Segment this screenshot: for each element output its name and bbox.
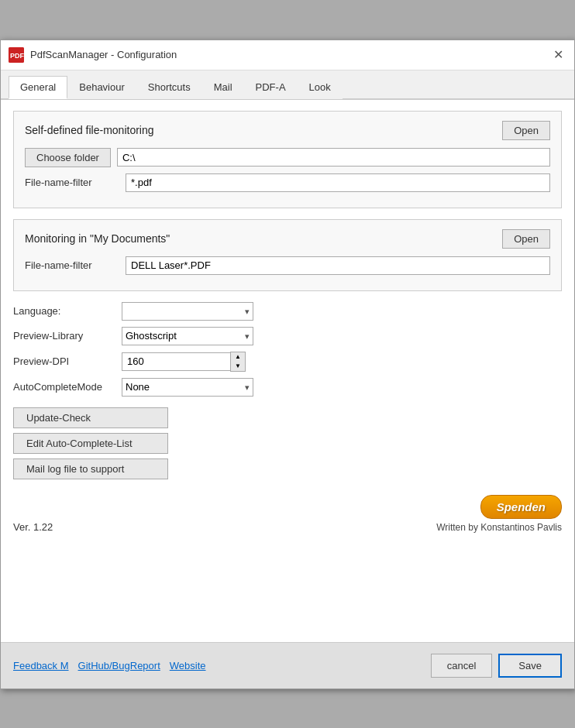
- dialog-buttons: cancel Save: [431, 654, 562, 678]
- options-section: Language: Preview-Library Ghostscript: [13, 302, 562, 397]
- tab-general[interactable]: General: [9, 76, 67, 99]
- tab-pdfa[interactable]: PDF-A: [244, 76, 298, 99]
- tab-behaviour[interactable]: Behaviour: [67, 76, 136, 99]
- self-monitoring-section: Self-defined file-monitoring Open Choose…: [13, 111, 562, 208]
- preview-library-select-wrapper: Ghostscript: [122, 327, 253, 345]
- tab-shortcuts[interactable]: Shortcuts: [136, 76, 202, 99]
- mydocs-monitoring-section: Monitoring in "My Documents" Open File-n…: [13, 219, 562, 291]
- links-bar: Feedback M GitHub/BugReport Website: [13, 660, 206, 671]
- edit-autocomplete-button[interactable]: Edit Auto-Complete-List: [13, 433, 168, 454]
- spinner-down-button[interactable]: ▼: [231, 362, 245, 371]
- bottom-bar: Feedback M GitHub/BugReport Website canc…: [1, 642, 574, 689]
- feedback-link[interactable]: Feedback M: [13, 660, 69, 671]
- autocomplete-row: AutoCompleteMode None: [13, 378, 562, 397]
- section1-title: Self-defined file-monitoring: [25, 124, 154, 136]
- section2-open-button[interactable]: Open: [502, 229, 550, 249]
- language-row: Language:: [13, 302, 562, 321]
- section1-filter-row: File-name-filter: [25, 173, 550, 192]
- github-link[interactable]: GitHub/BugReport: [78, 660, 160, 671]
- tab-look[interactable]: Look: [298, 76, 343, 99]
- tab-bar: General Behaviour Shortcuts Mail PDF-A L…: [1, 70, 574, 100]
- action-buttons: Update-Check Edit Auto-Complete-List Mai…: [13, 407, 562, 479]
- main-content: Self-defined file-monitoring Open Choose…: [1, 100, 574, 642]
- preview-dpi-row: Preview-DPI ▲ ▼: [13, 352, 562, 372]
- language-label: Language:: [13, 305, 122, 317]
- preview-dpi-label: Preview-DPI: [13, 355, 122, 367]
- version-label: Ver. 1.22: [13, 521, 53, 533]
- preview-library-row: Preview-Library Ghostscript: [13, 327, 562, 345]
- mail-log-button[interactable]: Mail log file to support: [13, 458, 168, 479]
- close-button[interactable]: ✕: [549, 46, 566, 64]
- section2-filter-input[interactable]: [126, 256, 550, 275]
- footer-info: Ver. 1.22 Spenden Written by Konstantino…: [13, 495, 562, 533]
- title-bar-left: PDF PdfScanManager - Configuration: [9, 47, 177, 63]
- section1-folder-row: Choose folder: [25, 148, 550, 167]
- section2-filter-row: File-name-filter: [25, 256, 550, 275]
- title-bar: PDF PdfScanManager - Configuration ✕: [1, 40, 574, 70]
- spinner-up-button[interactable]: ▲: [231, 352, 245, 362]
- window-title: PdfScanManager - Configuration: [30, 49, 177, 60]
- spenden-button[interactable]: Spenden: [480, 495, 562, 519]
- tab-mail[interactable]: Mail: [202, 76, 244, 99]
- section2-header: Monitoring in "My Documents" Open: [25, 229, 550, 249]
- section1-filter-input[interactable]: [126, 173, 550, 192]
- folder-path-input[interactable]: [117, 148, 550, 167]
- main-window: PDF PdfScanManager - Configuration ✕ Gen…: [0, 39, 575, 689]
- section1-filter-label: File-name-filter: [25, 177, 126, 188]
- preview-library-select[interactable]: Ghostscript: [122, 327, 253, 345]
- update-check-button[interactable]: Update-Check: [13, 407, 168, 428]
- language-select[interactable]: [122, 302, 253, 321]
- autocomplete-select-wrapper: None: [122, 378, 253, 397]
- section1-header: Self-defined file-monitoring Open: [25, 121, 550, 140]
- autocomplete-label: AutoCompleteMode: [13, 381, 122, 393]
- autocomplete-select[interactable]: None: [122, 378, 253, 397]
- language-select-wrapper: [122, 302, 253, 321]
- preview-library-label: Preview-Library: [13, 330, 122, 342]
- spinner-buttons: ▲ ▼: [230, 352, 246, 372]
- app-icon: PDF: [9, 47, 24, 63]
- preview-dpi-input[interactable]: [122, 352, 230, 371]
- written-by-text: Written by Konstantinos Pavlis: [436, 522, 562, 533]
- section2-filter-label: File-name-filter: [25, 259, 126, 271]
- svg-text:PDF: PDF: [10, 52, 24, 60]
- preview-dpi-spinner: ▲ ▼: [122, 352, 246, 372]
- section2-title: Monitoring in "My Documents": [25, 232, 170, 245]
- save-button[interactable]: Save: [498, 654, 562, 678]
- footer-right: Spenden Written by Konstantinos Pavlis: [436, 495, 562, 533]
- section1-open-button[interactable]: Open: [502, 121, 550, 140]
- choose-folder-button[interactable]: Choose folder: [25, 148, 111, 167]
- cancel-button[interactable]: cancel: [431, 654, 493, 678]
- website-link[interactable]: Website: [170, 660, 206, 671]
